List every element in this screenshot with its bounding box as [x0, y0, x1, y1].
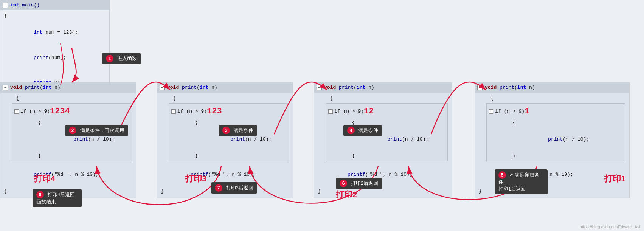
p4-brace-open: { [479, 94, 625, 102]
annotation-5: 5 不满足递归条件打印1后返回 [495, 169, 548, 194]
p1-sub-collapse[interactable]: − [14, 109, 19, 114]
annotation-4: 4 满足条件 [343, 125, 382, 136]
circle-8: 8 [36, 191, 44, 198]
print-code-block-2: − void print(int n) { − if (n > 9) 123 {… [157, 82, 293, 198]
p3-brace-open: { [318, 94, 448, 102]
watermark: https://blog.csdn.net/Edward_Asi [580, 225, 640, 229]
p4-value: 1 [525, 104, 529, 118]
main-block-header: − int main() [0, 0, 109, 10]
code-line-brace-open: { [4, 12, 106, 20]
annotation-7-text: 打印3后返回 [226, 185, 253, 191]
p1-if-brace-close: } [14, 152, 129, 160]
main-container: − int main() { int num = 1234; print(num… [0, 0, 644, 231]
p2-if-brace-close: } [171, 152, 286, 160]
circle-7: 7 [215, 184, 222, 192]
collapse-btn[interactable]: − [3, 3, 8, 8]
code-line-int-num: int num = 1234; [4, 20, 106, 45]
circle-3: 3 [222, 127, 230, 134]
p4-if-block: − if (n > 9) 1 { print(n / 10); } [486, 103, 625, 161]
print-label-2: 打印2 [336, 189, 357, 200]
circle-5: 5 [498, 171, 506, 179]
annotation-3-text: 满足条件 [234, 127, 253, 133]
circle-2: 2 [69, 127, 76, 134]
collapse-btn-p3[interactable]: − [317, 85, 322, 90]
annotation-4-text: 满足条件 [358, 127, 378, 133]
p2-brace-open: { [161, 94, 289, 102]
annotation-7: 7 打印3后返回 [211, 182, 257, 194]
annotation-6-text: 打印2后返回 [351, 180, 378, 186]
annotation-1-text: 进入函数 [117, 56, 137, 61]
print-block-1-header: − void print(int n) [0, 83, 136, 93]
annotation-2: 2 满足条件，再次调用 [65, 125, 128, 136]
annotation-8: 8 打印4后返回函数结束 [33, 189, 82, 207]
p1-value: 1234 [50, 104, 70, 118]
keyword-int: int [10, 1, 19, 9]
p3-if-brace-close: } [328, 152, 445, 160]
annotation-2-text: 满足条件，再次调用 [80, 127, 124, 133]
collapse-btn-p1[interactable]: − [3, 85, 8, 90]
p2-value: 123 [207, 104, 222, 118]
print-code-block-1: − void print(int n) { − if (n > 9) 1234 … [0, 82, 136, 198]
p3-value: 12 [364, 104, 374, 118]
print-block-4-header: − void print(int n) [475, 83, 629, 93]
p1-brace-open: { [4, 94, 132, 102]
collapse-btn-p2[interactable]: − [160, 85, 165, 90]
p1-printf: printf("%d ", n % 10); [4, 162, 132, 187]
circle-6: 6 [340, 180, 347, 187]
p2-sub-collapse[interactable]: − [171, 109, 176, 114]
p4-sub-collapse[interactable]: − [489, 109, 493, 114]
print-block-3-header: − void print(int n) [314, 83, 452, 93]
print-label-4: 打印4 [34, 173, 55, 184]
annotation-1: 1 进入函数 [102, 53, 141, 64]
p4-if-brace-close: } [489, 152, 623, 160]
circle-4: 4 [347, 127, 355, 134]
print-block-2-header: − void print(int n) [157, 83, 293, 93]
func-main: main() [22, 1, 40, 9]
circle-1: 1 [106, 55, 113, 62]
p3-sub-collapse[interactable]: − [328, 109, 333, 114]
print-code-block-3: − void print(int n) { − if (n > 9) 12 { … [314, 82, 452, 198]
annotation-3: 3 满足条件 [219, 125, 257, 136]
collapse-btn-p4[interactable]: − [477, 85, 483, 90]
code-line-print-num: print(num); [4, 45, 106, 70]
print-label-1: 打印1 [604, 173, 625, 184]
annotation-6: 6 打印2后返回 [336, 178, 382, 189]
p4-print-call: print(n / 10); [489, 127, 623, 152]
print-label-3: 打印3 [185, 173, 206, 184]
p4-if-brace-open: { [489, 119, 623, 127]
